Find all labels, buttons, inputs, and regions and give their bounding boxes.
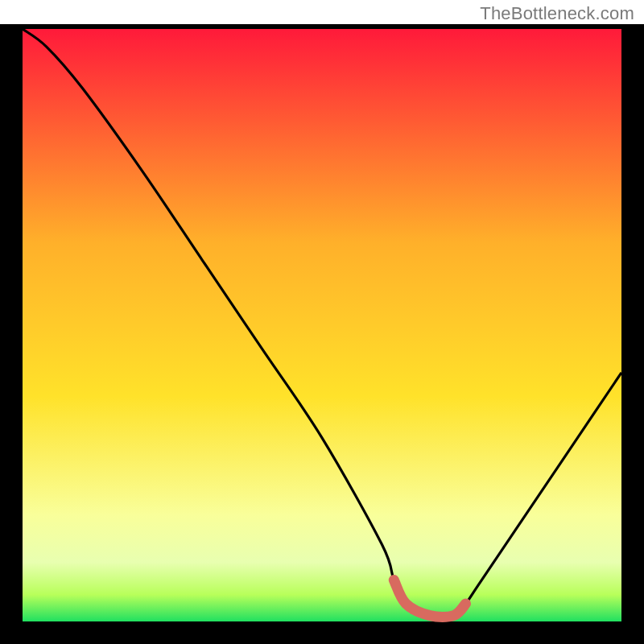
attribution-label: TheBottleneck.com <box>480 3 634 24</box>
plot-area <box>0 24 644 644</box>
chart-container: TheBottleneck.com <box>0 0 644 644</box>
plot-background <box>23 29 621 621</box>
bottleneck-chart <box>0 0 644 644</box>
